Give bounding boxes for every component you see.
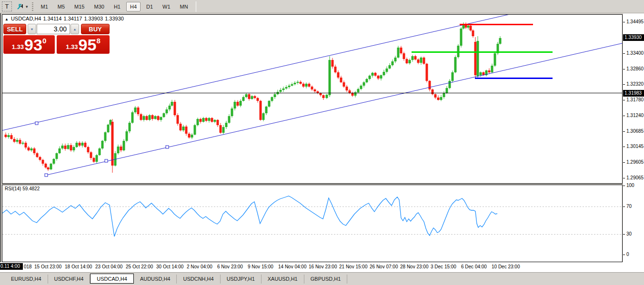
tab-audusd-h4[interactable]: AUDUSD,H4	[134, 275, 177, 284]
tab-usdchf-h4[interactable]: USDCHF,H4	[48, 275, 91, 284]
candle-down	[434, 94, 437, 98]
tab-eurusd-h4[interactable]: EURUSD,H4	[5, 275, 48, 284]
candle-up	[440, 97, 443, 100]
time-axis-partial-label: 018	[24, 264, 32, 269]
buy-button[interactable]: BUY	[81, 24, 110, 34]
candle-up	[99, 148, 101, 155]
rsi-scale-label: 100	[626, 183, 634, 188]
time-label: 9 Nov 15:00	[248, 264, 273, 269]
candle-down	[302, 84, 305, 87]
time-label: 10 Dec 23:00	[492, 264, 520, 269]
trendline-handle[interactable]	[35, 122, 38, 125]
candle-up	[222, 127, 225, 133]
tf-button-M15[interactable]: M15	[70, 2, 88, 11]
candle-down	[19, 140, 21, 144]
time-axis[interactable]: 0.11 4:00 018 15 Oct 23:0018 Oct 14:0023…	[0, 262, 644, 272]
time-label: 28 Nov 23:00	[400, 264, 429, 269]
candle-up	[389, 65, 391, 69]
chevron-down-icon[interactable]: ▾	[26, 4, 28, 9]
mt4-window: T ▾ M1M5M15M30H1H4D1W1MN ▲USDCAD,H41.341…	[0, 0, 644, 285]
candle-down	[79, 143, 81, 146]
candle-up	[154, 116, 157, 119]
candle-down	[87, 147, 90, 152]
candle-down	[432, 89, 434, 94]
collapse-panel-icon[interactable]: ▲	[5, 17, 9, 21]
candle-down	[205, 118, 208, 121]
tab-usdjpy-h1[interactable]: USDJPY,H1	[221, 275, 262, 284]
candle-up	[240, 101, 242, 106]
candle-up	[129, 123, 131, 131]
tab-xauusd-h1[interactable]: XAUUSD,H1	[262, 275, 304, 284]
price-tick	[623, 147, 625, 147]
candle-up	[228, 116, 231, 123]
candle-down	[403, 53, 405, 59]
tf-button-M1[interactable]: M1	[37, 2, 52, 11]
rsi-scale-label: 30	[626, 231, 632, 236]
time-label: 16 Nov 23:00	[309, 264, 337, 269]
tab-usdcad-h4[interactable]: USDCAD,H4	[90, 274, 134, 284]
text-tool-icon[interactable]: T	[2, 1, 12, 11]
candle-up	[22, 143, 24, 144]
bid-price-box: 1.33930	[623, 34, 644, 41]
tf-button-M30[interactable]: M30	[91, 2, 108, 11]
tab-usdcnh-h4[interactable]: USDCNH,H4	[177, 275, 220, 284]
price-tick	[623, 22, 625, 22]
buy-price-button[interactable]: 1.33 95 8	[57, 35, 110, 54]
toolbar-grip[interactable]	[32, 2, 33, 11]
price-tick	[623, 100, 625, 100]
candle-down	[426, 64, 428, 81]
candle-up	[194, 125, 196, 135]
time-label: 25 Oct 22:00	[126, 264, 153, 269]
tf-button-M5[interactable]: M5	[54, 2, 69, 11]
volume-increase-icon[interactable]: ▲	[70, 24, 79, 34]
tf-button-D1[interactable]: D1	[142, 2, 157, 11]
tf-button-H4[interactable]: H4	[126, 2, 141, 11]
tf-button-W1[interactable]: W1	[159, 2, 174, 11]
candle-down	[260, 101, 262, 120]
candle-up	[81, 143, 84, 146]
candle-up	[50, 164, 52, 169]
sell-price-big: 93	[24, 36, 42, 53]
candle-up	[265, 107, 268, 113]
candle-up	[494, 53, 496, 66]
trendline-handle[interactable]	[45, 174, 48, 177]
sell-price-button[interactable]: 1.33 93 0	[3, 35, 55, 54]
candle-up	[96, 155, 98, 162]
candle-up	[30, 148, 33, 150]
price-tick	[623, 162, 625, 163]
candle-down	[346, 87, 348, 90]
rsi-scale-label: 70	[626, 204, 632, 209]
candle-down	[151, 115, 154, 119]
candle-down	[177, 115, 179, 124]
sell-button[interactable]: SELL	[3, 24, 26, 34]
candle-down	[334, 67, 337, 72]
volume-input[interactable]: 3.00	[37, 24, 70, 34]
volume-decrease-icon[interactable]: ▼	[28, 24, 36, 34]
channel-lower-trendline[interactable]	[46, 43, 622, 175]
candle-down	[400, 48, 402, 53]
arrange-arrows-icon[interactable]	[15, 1, 25, 11]
candle-up	[160, 117, 162, 120]
candle-up	[360, 86, 362, 89]
candle-down	[42, 160, 44, 164]
time-label: 6 Nov 23:00	[217, 264, 243, 269]
tf-button-MN[interactable]: MN	[176, 2, 192, 11]
candle-down	[352, 93, 354, 96]
candle-up	[67, 145, 70, 149]
candle-down	[437, 98, 440, 100]
candle-up	[397, 48, 400, 58]
candle-down	[180, 124, 182, 130]
candle-up	[104, 132, 107, 141]
tf-button-H1[interactable]: H1	[110, 2, 124, 11]
candle-down	[146, 116, 148, 120]
candle-down	[237, 102, 239, 106]
tab-gbpusd-h1[interactable]: GBPUSD,H1	[304, 275, 348, 284]
price-axis[interactable]: 1.344951.334001.328601.323201.317801.312…	[623, 13, 644, 262]
candle-down	[406, 59, 408, 63]
trendline-handle[interactable]	[166, 146, 169, 148]
trendline-handle[interactable]	[105, 159, 108, 162]
candle-up	[357, 89, 360, 92]
buy-price-prefix: 1.33	[66, 43, 78, 50]
candle-up	[420, 58, 423, 63]
candle-down	[314, 89, 316, 91]
